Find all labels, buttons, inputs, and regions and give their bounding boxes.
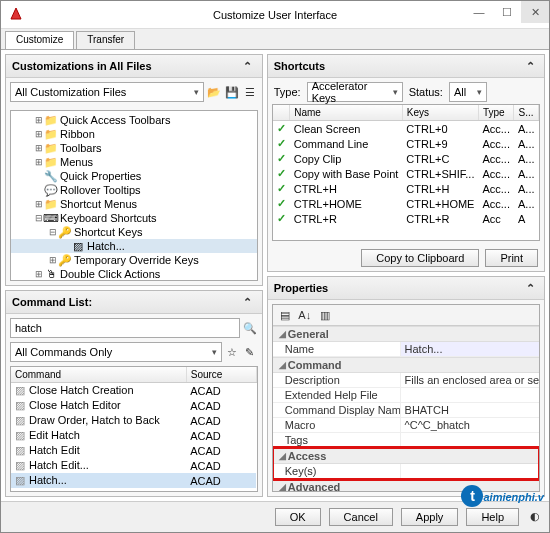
window-title: Customize User Interface — [213, 9, 337, 21]
command-row[interactable]: ▨Edit HatchACAD — [11, 428, 256, 443]
type-combo[interactable]: Accelerator Keys▾ — [307, 82, 403, 102]
command-row[interactable]: ▨Draw Order, Hatch to BackACAD — [11, 413, 256, 428]
categorized-icon[interactable]: ▤ — [277, 307, 293, 323]
shortcuts-grid[interactable]: Name Keys Type S... ✓Clean ScreenCTRL+0A… — [272, 104, 540, 241]
minimize-button[interactable]: — — [465, 1, 493, 23]
command-row[interactable]: ▨Close Hatch EditorACAD — [11, 398, 256, 413]
tree-item-hatch[interactable]: ▨Hatch... — [11, 239, 257, 253]
chevron-down-icon: ▾ — [212, 347, 217, 357]
close-button[interactable]: ✕ — [521, 1, 549, 23]
prop-tool-icon[interactable]: ▥ — [317, 307, 333, 323]
command-grid[interactable]: CommandSource ▨Close Hatch CreationACAD▨… — [10, 366, 258, 492]
save-icon[interactable]: 💾 — [224, 84, 240, 100]
app-icon — [9, 7, 23, 21]
command-row[interactable]: ▨Hatch...ACAD — [11, 488, 256, 492]
cmd-tool-icon[interactable]: ✎ — [242, 344, 258, 360]
shortcuts-title: Shortcuts — [274, 60, 325, 72]
apply-button[interactable]: Apply — [401, 508, 459, 526]
properties-panel: Properties ⌃ ▤ A↓ ▥ ◢General NameHatch..… — [267, 276, 545, 497]
properties-title: Properties — [274, 282, 328, 294]
titlebar: Customize User Interface — ☐ ✕ — [1, 1, 549, 29]
keys-field[interactable] — [401, 464, 539, 478]
command-row[interactable]: ▨Hatch Edit...ACAD — [11, 458, 256, 473]
main-tabs: Customize Transfer — [1, 29, 549, 49]
shortcut-row[interactable]: ✓Copy ClipCTRL+CAcc...A... — [273, 151, 539, 166]
command-row[interactable]: ▨Close Hatch CreationACAD — [11, 383, 256, 399]
collapse-icon[interactable]: ⌃ — [522, 280, 538, 296]
command-row[interactable]: ▨Hatch...ACAD — [11, 473, 256, 488]
print-button[interactable]: Print — [485, 249, 538, 267]
cancel-button[interactable]: Cancel — [329, 508, 393, 526]
collapse-icon[interactable]: ⌃ — [240, 58, 256, 74]
cust-files-combo[interactable]: All Customization Files▾ — [10, 82, 204, 102]
access-highlight: ◢Access Key(s) — [273, 448, 539, 479]
shortcut-row[interactable]: ✓CTRL+RCTRL+RAccA — [273, 211, 539, 226]
search-icon[interactable]: 🔍 — [242, 320, 258, 336]
customizations-panel: Customizations in All Files ⌃ All Custom… — [5, 54, 263, 286]
maximize-button[interactable]: ☐ — [493, 1, 521, 23]
star-icon[interactable]: ☆ — [224, 344, 240, 360]
chevron-down-icon: ▾ — [194, 87, 199, 97]
shortcut-row[interactable]: ✓CTRL+HOMECTRL+HOMEAcc...A... — [273, 196, 539, 211]
tool-icon[interactable]: ☰ — [242, 84, 258, 100]
filter-combo[interactable]: All Commands Only▾ — [10, 342, 222, 362]
customization-tree[interactable]: ⊞📁Quick Access Toolbars ⊞📁Ribbon ⊞📁Toolb… — [10, 110, 258, 281]
search-input[interactable] — [10, 318, 240, 338]
cmd-panel-title: Command List: — [12, 296, 92, 308]
shortcuts-panel: Shortcuts ⌃ Type: Accelerator Keys▾ Stat… — [267, 54, 545, 272]
dialog-footer: OK Cancel Apply Help ◐ — [1, 501, 549, 532]
tab-transfer[interactable]: Transfer — [76, 31, 135, 49]
help-button[interactable]: Help — [466, 508, 519, 526]
status-combo[interactable]: All▾ — [449, 82, 487, 102]
window: Customize User Interface — ☐ ✕ Customize… — [0, 0, 550, 533]
info-icon[interactable]: ◐ — [527, 508, 543, 524]
command-row[interactable]: ▨Hatch EditACAD — [11, 443, 256, 458]
collapse-icon[interactable]: ⌃ — [240, 294, 256, 310]
shortcut-row[interactable]: ✓CTRL+HCTRL+HAcc...A... — [273, 181, 539, 196]
copy-clipboard-button[interactable]: Copy to Clipboard — [361, 249, 479, 267]
command-list-panel: Command List: ⌃ 🔍 All Commands Only▾ ☆ ✎ — [5, 290, 263, 497]
tab-customize[interactable]: Customize — [5, 31, 74, 49]
shortcut-row[interactable]: ✓Clean ScreenCTRL+0Acc...A... — [273, 121, 539, 137]
ok-button[interactable]: OK — [275, 508, 321, 526]
property-grid[interactable]: ▤ A↓ ▥ ◢General NameHatch... ◢Command De… — [272, 304, 540, 492]
collapse-icon[interactable]: ⌃ — [522, 58, 538, 74]
cust-panel-title: Customizations in All Files — [12, 60, 152, 72]
shortcut-row[interactable]: ✓Command LineCTRL+9Acc...A... — [273, 136, 539, 151]
shortcut-row[interactable]: ✓Copy with Base PointCTRL+SHIF...Acc...A… — [273, 166, 539, 181]
alpha-icon[interactable]: A↓ — [297, 307, 313, 323]
open-icon[interactable]: 📂 — [206, 84, 222, 100]
